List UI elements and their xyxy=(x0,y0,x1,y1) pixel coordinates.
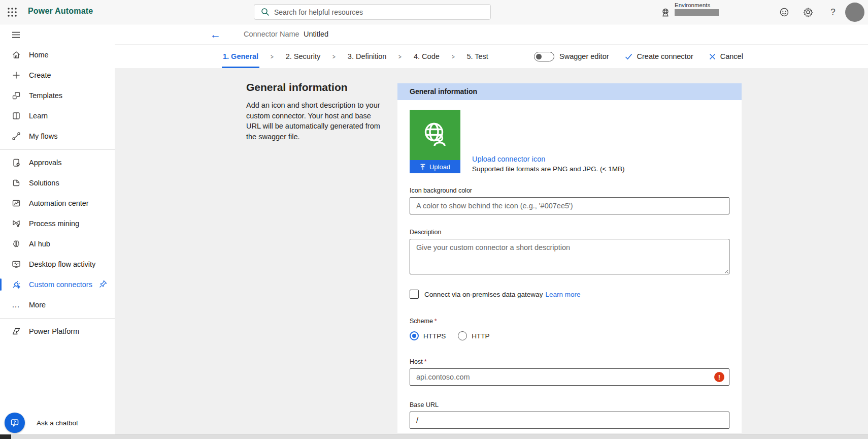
main-area: ← Connector Name Untitled 1. General > 2… xyxy=(115,24,868,439)
help-button[interactable]: ? xyxy=(825,5,841,20)
feedback-button[interactable] xyxy=(777,5,792,20)
sidebar-divider xyxy=(0,315,115,321)
connector-name-label: Connector Name xyxy=(244,30,299,38)
icon-bg-input[interactable] xyxy=(410,197,729,214)
search-box[interactable] xyxy=(254,4,491,20)
upload-button[interactable]: Upload xyxy=(410,160,460,173)
chevron-right-icon: > xyxy=(332,53,336,60)
step-definition[interactable]: 3. Definition xyxy=(347,45,388,68)
sidebar-item-solutions[interactable]: Solutions xyxy=(0,173,115,193)
sidebar-item-approvals[interactable]: Approvals xyxy=(0,152,115,173)
sidebar-item-my-flows[interactable]: My flows xyxy=(0,126,115,146)
brain-icon xyxy=(11,239,21,249)
gateway-label: Connect via on-premises data gateway xyxy=(424,291,543,298)
description-label: Description xyxy=(410,229,729,236)
sidebar-item-create[interactable]: Create xyxy=(0,65,115,85)
sidebar-item-more[interactable]: … More xyxy=(0,295,115,315)
header-actions: Swagger editor Create connector Cancel xyxy=(534,45,743,68)
chatbot-button[interactable] xyxy=(5,413,25,433)
sidebar-divider xyxy=(0,146,115,152)
connector-icon-preview xyxy=(410,110,460,160)
app-title[interactable]: Power Automate xyxy=(28,7,93,16)
check-icon xyxy=(625,53,632,60)
icon-upload-section: Upload Upload connector icon Supported f… xyxy=(410,110,729,173)
sidebar-item-home[interactable]: Home xyxy=(0,45,115,65)
chevron-right-icon: > xyxy=(452,53,455,60)
gateway-checkbox[interactable] xyxy=(410,290,419,299)
sidebar: Home Create Templates Learn My flows xyxy=(0,24,115,439)
globe-person-icon xyxy=(419,119,451,151)
swagger-toggle[interactable] xyxy=(534,52,554,61)
sidebar-item-label: My flows xyxy=(29,132,57,140)
ellipsis-icon: … xyxy=(11,300,21,310)
sidebar-item-templates[interactable]: Templates xyxy=(0,85,115,106)
create-connector-button[interactable]: Create connector xyxy=(625,52,693,60)
scheme-https-label: HTTPS xyxy=(423,332,446,340)
hamburger-icon xyxy=(11,29,21,40)
sidebar-item-label: Solutions xyxy=(29,179,59,187)
step-security[interactable]: 2. Security xyxy=(285,45,322,68)
process-mining-icon xyxy=(11,218,21,229)
toggle-knob xyxy=(536,54,542,59)
gear-icon xyxy=(803,7,814,18)
screen: Power Automate Environments xyxy=(0,0,868,439)
step-test[interactable]: 5. Test xyxy=(465,45,489,68)
base-url-label: Base URL xyxy=(410,401,729,409)
sidebar-item-label: Create xyxy=(29,71,51,79)
create-connector-label: Create connector xyxy=(637,52,693,60)
scheme-https-radio[interactable]: HTTPS xyxy=(410,331,446,340)
sidebar-item-learn[interactable]: Learn xyxy=(0,106,115,126)
nav-collapse-button[interactable] xyxy=(0,24,115,45)
monitor-pulse-icon xyxy=(11,259,21,270)
connector-name-value[interactable]: Untitled xyxy=(304,30,328,38)
wizard-steps: 1. General > 2. Security > 3. Definition… xyxy=(115,45,868,68)
learn-more-link[interactable]: Learn more xyxy=(545,291,580,298)
solutions-icon xyxy=(11,178,21,189)
upload-button-label: Upload xyxy=(429,163,450,171)
cancel-label: Cancel xyxy=(720,52,743,60)
back-button[interactable]: ← xyxy=(210,28,221,41)
trend-chart-icon xyxy=(11,198,21,209)
cancel-button[interactable]: Cancel xyxy=(709,52,743,60)
sidebar-item-automation-center[interactable]: Automation center xyxy=(0,193,115,213)
horizontal-scrollbar[interactable] xyxy=(11,434,868,439)
pin-icon[interactable] xyxy=(98,279,108,289)
sidebar-item-power-platform[interactable]: Power Platform xyxy=(0,321,115,341)
chat-question-icon xyxy=(10,418,20,428)
sidebar-item-ai-hub[interactable]: AI hub xyxy=(0,234,115,254)
sidebar-item-process-mining[interactable]: Process mining xyxy=(0,213,115,234)
required-asterisk: * xyxy=(424,358,427,365)
host-input[interactable] xyxy=(410,368,729,386)
chevron-right-icon: > xyxy=(271,53,274,60)
waffle-icon xyxy=(6,6,18,18)
app-launcher-button[interactable] xyxy=(5,5,19,19)
settings-button[interactable] xyxy=(800,5,816,20)
error-icon: ! xyxy=(714,372,724,382)
base-url-input[interactable] xyxy=(410,412,729,429)
connector-header-row: ← Connector Name Untitled xyxy=(115,24,868,45)
search-input[interactable] xyxy=(274,8,490,16)
sidebar-item-desktop-flow-activity[interactable]: Desktop flow activity xyxy=(0,254,115,274)
step-general[interactable]: 1. General xyxy=(222,45,259,68)
step-code[interactable]: 4. Code xyxy=(413,45,441,68)
sidebar-item-label: Power Platform xyxy=(29,327,79,335)
question-icon: ? xyxy=(830,7,835,17)
scheme-http-radio[interactable]: HTTP xyxy=(458,331,489,340)
upload-connector-icon-link[interactable]: Upload connector icon xyxy=(472,155,625,163)
panel-header: General information xyxy=(397,83,742,100)
scheme-http-label: HTTP xyxy=(472,332,489,340)
description-input[interactable] xyxy=(410,239,729,274)
power-platform-icon xyxy=(11,326,21,337)
smiley-icon xyxy=(779,7,790,18)
sidebar-item-label: AI hub xyxy=(29,240,50,248)
sidebar-item-custom-connectors[interactable]: Custom connectors xyxy=(0,274,115,295)
taskbar-fragment xyxy=(0,434,11,439)
error-mark: ! xyxy=(718,373,720,381)
host-label-text: Host xyxy=(410,358,423,365)
environment-picker[interactable]: Environments xyxy=(660,2,719,18)
chatbot-row[interactable]: Ask a chatbot xyxy=(0,413,78,433)
account-avatar[interactable] xyxy=(845,3,864,22)
environment-name-redacted xyxy=(675,9,719,16)
x-icon xyxy=(709,53,716,60)
sidebar-item-label: Automation center xyxy=(29,199,89,207)
